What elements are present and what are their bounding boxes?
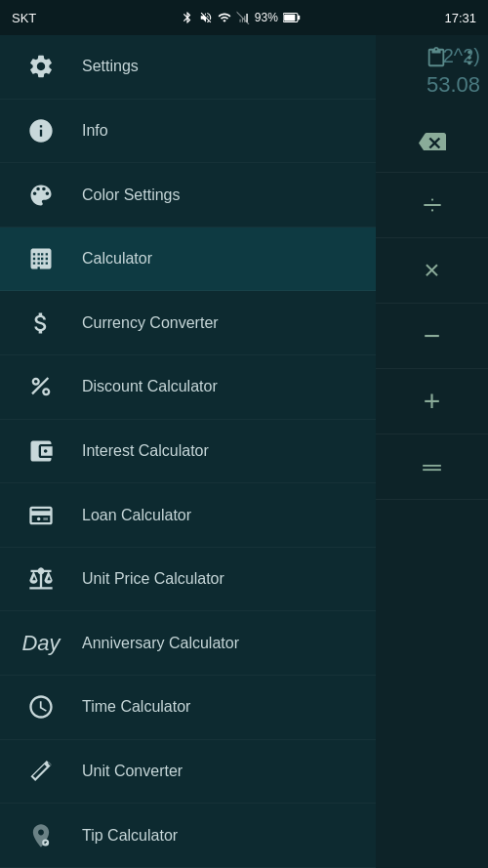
mute-icon: [199, 11, 213, 24]
menu-item-interest-calculator[interactable]: Interest Calculator: [0, 420, 376, 484]
palette-icon: [20, 174, 62, 217]
menu-item-calculator[interactable]: Calculator: [0, 227, 376, 292]
time-calculator-label: Time Calculator: [82, 698, 190, 716]
calc-buttons: × − + ═: [376, 107, 488, 500]
color-settings-label: Color Settings: [82, 186, 181, 204]
calculator-icon: [20, 237, 62, 280]
menu-item-unit-price-calculator[interactable]: Unit Price Calculator: [0, 548, 376, 612]
tip-icon: [20, 814, 62, 857]
menu-item-loan-calculator[interactable]: Loan Calculator: [0, 483, 376, 548]
dollar-icon: [20, 302, 62, 345]
info-label: Info: [82, 122, 108, 140]
header-actions: [376, 35, 488, 84]
menu-item-color-settings[interactable]: Color Settings: [0, 163, 376, 227]
calculator-background: 2^2) 53.08 × − + ═: [376, 35, 488, 868]
status-bar: SKT 93% 17:31: [0, 0, 488, 35]
day-icon: Day: [20, 622, 62, 665]
bluetooth-icon: [181, 11, 194, 24]
interest-calculator-label: Interest Calculator: [82, 442, 209, 460]
minus-button[interactable]: −: [376, 304, 488, 369]
menu-item-currency-converter[interactable]: Currency Converter: [0, 291, 376, 355]
unit-converter-label: Unit Converter: [82, 763, 183, 780]
currency-converter-label: Currency Converter: [82, 314, 219, 332]
status-icons: 93%: [181, 11, 301, 24]
menu-item-time-calculator[interactable]: Time Calculator: [0, 676, 376, 740]
equals-button[interactable]: ═: [376, 434, 488, 500]
signal-icon: [236, 11, 250, 24]
settings-icon: [20, 45, 62, 88]
scale-icon: [20, 558, 62, 600]
loan-calculator-label: Loan Calculator: [82, 507, 191, 524]
clock-icon: [20, 685, 62, 728]
svg-point-3: [37, 517, 41, 520]
battery-icon: [283, 12, 301, 23]
svg-rect-1: [298, 16, 300, 21]
info-icon: [20, 109, 62, 152]
backspace-button[interactable]: [376, 107, 488, 173]
menu-item-tip-calculator[interactable]: Tip Calculator: [0, 804, 376, 868]
ruler-icon: [20, 750, 62, 793]
multiply-button[interactable]: ×: [376, 238, 488, 304]
plus-button[interactable]: +: [376, 369, 488, 434]
more-options-button[interactable]: [459, 47, 480, 72]
status-time: 17:31: [444, 11, 476, 25]
svg-rect-2: [284, 15, 295, 21]
menu-item-unit-converter[interactable]: Unit Converter: [0, 740, 376, 805]
carrier-label: SKT: [12, 11, 36, 25]
wifi-icon: [218, 11, 231, 24]
menu-item-anniversary-calculator[interactable]: Day Anniversary Calculator: [0, 611, 376, 676]
battery-percent: 93%: [255, 11, 278, 24]
interest-icon: [20, 430, 62, 473]
settings-label: Settings: [82, 58, 139, 75]
menu-item-discount-calculator[interactable]: Discount Calculator: [0, 355, 376, 420]
anniversary-calculator-label: Anniversary Calculator: [82, 635, 239, 652]
menu-item-info[interactable]: Info: [0, 100, 376, 164]
calculator-label: Calculator: [82, 250, 152, 268]
navigation-drawer: Settings Info Color Settings Calculator …: [0, 35, 376, 868]
unit-price-calculator-label: Unit Price Calculator: [82, 570, 224, 588]
clipboard-button[interactable]: [426, 47, 447, 72]
loan-icon: [20, 494, 62, 537]
divide-button[interactable]: [376, 173, 488, 238]
discount-calculator-label: Discount Calculator: [82, 378, 218, 395]
tip-calculator-label: Tip Calculator: [82, 827, 178, 845]
percent-icon: [20, 365, 62, 408]
menu-item-settings[interactable]: Settings: [0, 35, 376, 100]
